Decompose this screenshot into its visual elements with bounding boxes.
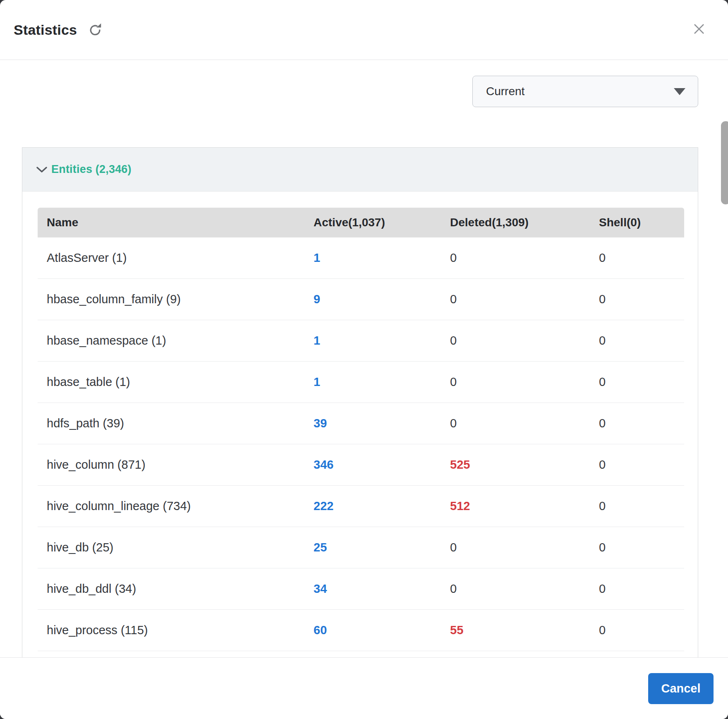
active-count[interactable]: 1 (304, 251, 441, 265)
entity-name: hive_db (25) (38, 541, 304, 554)
period-dropdown[interactable]: Current (472, 76, 698, 107)
refresh-icon[interactable] (89, 23, 102, 36)
modal-body: Current Entities (2,346) Name Active(1,0… (0, 60, 728, 657)
shell-count: 0 (590, 251, 684, 265)
entities-section-title: Entities (2,346) (51, 163, 132, 176)
deleted-count: 0 (441, 541, 590, 554)
period-dropdown-value: Current (486, 85, 524, 98)
deleted-count[interactable]: 512 (441, 499, 590, 513)
shell-count: 0 (590, 458, 684, 472)
deleted-count: 0 (441, 292, 590, 306)
table-row: hive_db (25)2500 (38, 527, 684, 568)
active-count[interactable]: 346 (304, 458, 441, 472)
table-row: hdfs_path (39)3900 (38, 403, 684, 444)
table-row: hive_column_lineage (734)2225120 (38, 486, 684, 527)
vertical-scrollbar-thumb[interactable] (721, 121, 728, 204)
entity-name: hdfs_path (39) (38, 417, 304, 430)
table-row: hive_db_ddl (34)3400 (38, 568, 684, 610)
entity-name: hive_column_lineage (734) (38, 499, 304, 513)
active-count[interactable]: 1 (304, 375, 441, 389)
entity-name: hive_process (115) (38, 623, 304, 637)
shell-count: 0 (590, 334, 684, 348)
shell-count: 0 (590, 582, 684, 596)
active-count[interactable]: 9 (304, 292, 441, 306)
entity-name: hive_column (871) (38, 458, 304, 472)
shell-count: 0 (590, 417, 684, 430)
entities-accordion-header[interactable]: Entities (2,346) (22, 148, 698, 192)
deleted-count: 0 (441, 375, 590, 389)
deleted-count: 0 (441, 417, 590, 430)
active-count[interactable]: 39 (304, 417, 441, 430)
shell-count: 0 (590, 541, 684, 554)
modal-footer: Cancel (0, 657, 728, 719)
entity-name: hive_db_ddl (34) (38, 582, 304, 596)
table-row: hive_process (115)60550 (38, 610, 684, 651)
entity-name: hbase_namespace (1) (38, 334, 304, 348)
modal-header: Statistics (0, 0, 728, 60)
table-row: hive_column (871)3465250 (38, 444, 684, 486)
entity-name: AtlasServer (1) (38, 251, 304, 265)
close-icon[interactable] (693, 23, 705, 35)
shell-count: 0 (590, 499, 684, 513)
shell-count: 0 (590, 623, 684, 637)
shell-count: 0 (590, 375, 684, 389)
column-header-active: Active(1,037) (304, 216, 441, 229)
chevron-down-icon (36, 166, 47, 173)
entities-panel: Entities (2,346) Name Active(1,037) Dele… (22, 147, 698, 657)
active-count[interactable]: 1 (304, 334, 441, 348)
entity-name: hbase_table (1) (38, 375, 304, 389)
table-row: hbase_namespace (1)100 (38, 320, 684, 362)
chevron-down-icon (674, 88, 685, 95)
table-row: AtlasServer (1)100 (38, 237, 684, 279)
column-header-deleted: Deleted(1,309) (441, 216, 590, 229)
entities-table-wrapper: Name Active(1,037) Deleted(1,309) Shell(… (22, 192, 698, 651)
deleted-count: 0 (441, 334, 590, 348)
deleted-count[interactable]: 525 (441, 458, 590, 472)
active-count[interactable]: 222 (304, 499, 441, 513)
active-count[interactable]: 25 (304, 541, 441, 554)
table-header-row: Name Active(1,037) Deleted(1,309) Shell(… (38, 208, 684, 237)
column-header-shell: Shell(0) (590, 216, 684, 229)
deleted-count[interactable]: 55 (441, 623, 590, 637)
column-header-name: Name (38, 216, 304, 229)
deleted-count: 0 (441, 582, 590, 596)
modal-title: Statistics (14, 22, 77, 38)
entity-name: hbase_column_family (9) (38, 292, 304, 306)
active-count[interactable]: 60 (304, 623, 441, 637)
table-row: hbase_table (1)100 (38, 362, 684, 403)
shell-count: 0 (590, 292, 684, 306)
cancel-button[interactable]: Cancel (648, 673, 714, 704)
table-row: hbase_column_family (9)900 (38, 279, 684, 320)
statistics-modal: Statistics Current (0, 0, 728, 719)
active-count[interactable]: 34 (304, 582, 441, 596)
deleted-count: 0 (441, 251, 590, 265)
table-body: AtlasServer (1)100hbase_column_family (9… (38, 237, 684, 651)
